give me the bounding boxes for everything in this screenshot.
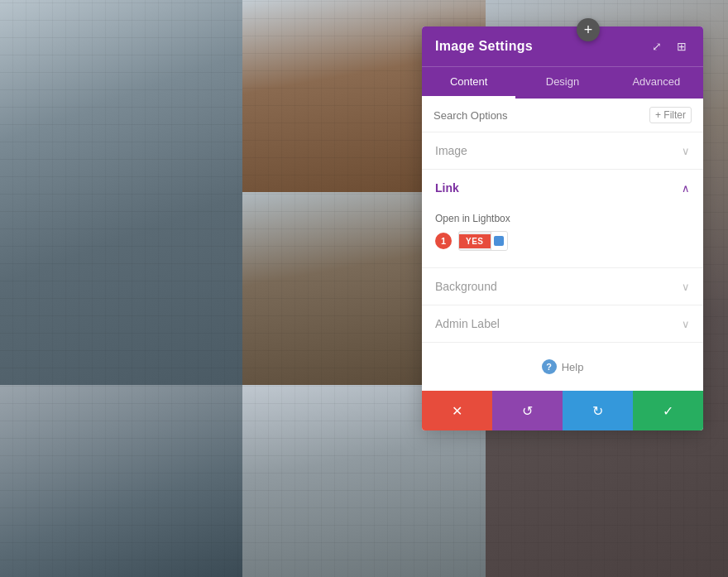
columns-icon[interactable]: ⊞: [673, 38, 690, 55]
section-background-title: Background: [435, 280, 497, 293]
filter-label: + Filter: [655, 109, 686, 121]
toggle-yes-label: YES: [459, 234, 491, 248]
section-link-title: Link: [435, 181, 459, 195]
tab-content[interactable]: Content: [422, 67, 515, 99]
section-link-content: Open in Lightbox 1 YES: [422, 206, 703, 267]
section-link: Link ∧ Open in Lightbox 1 YES: [422, 170, 703, 268]
toggle-thumb: [494, 236, 504, 246]
help-button[interactable]: ? Help: [542, 359, 584, 374]
bg-cell-1: [0, 0, 242, 385]
tab-advanced[interactable]: Advanced: [610, 67, 703, 99]
panel-tabs: Content Design Advanced: [422, 66, 703, 99]
add-module-button[interactable]: +: [577, 18, 600, 41]
toggle-handle: [491, 232, 507, 250]
chevron-background-icon: ∨: [682, 281, 690, 293]
section-admin-label-title: Admin Label: [435, 317, 500, 330]
undo-button[interactable]: ↺: [492, 391, 563, 430]
help-icon: ?: [542, 359, 557, 374]
bg-cell-4: [0, 385, 242, 577]
section-link-header[interactable]: Link ∧: [422, 170, 703, 206]
save-button[interactable]: ✓: [633, 391, 703, 430]
plus-icon: +: [584, 22, 593, 39]
search-input[interactable]: [433, 109, 649, 122]
cancel-button[interactable]: ✕: [422, 391, 492, 430]
section-image: Image ∨: [422, 132, 703, 170]
tab-design[interactable]: Design: [515, 67, 609, 99]
save-icon: ✓: [663, 403, 673, 419]
cancel-icon: ✕: [452, 403, 462, 419]
chevron-link-icon: ∧: [682, 182, 690, 195]
section-background: Background ∨: [422, 268, 703, 305]
section-image-title: Image: [435, 144, 467, 157]
redo-icon: ↻: [592, 403, 603, 419]
filter-button[interactable]: + Filter: [649, 107, 692, 123]
help-section: ? Help: [422, 343, 703, 391]
open-in-lightbox-label: Open in Lightbox: [435, 213, 690, 224]
help-label: Help: [562, 361, 584, 373]
chevron-admin-label-icon: ∨: [682, 318, 690, 330]
section-background-header[interactable]: Background ∨: [422, 268, 703, 305]
panel-header: Image Settings ⤢ ⊞: [422, 26, 703, 66]
expand-icon[interactable]: ⤢: [649, 38, 665, 55]
undo-icon: ↺: [522, 403, 533, 419]
search-bar: + Filter: [422, 99, 703, 132]
lightbox-toggle[interactable]: YES: [458, 231, 508, 251]
chevron-image-icon: ∨: [682, 145, 690, 157]
panel-body: Image ∨ Link ∧ Open in Lightbox 1 YES: [422, 132, 703, 391]
section-image-header[interactable]: Image ∨: [422, 132, 703, 169]
redo-button[interactable]: ↻: [563, 391, 633, 430]
panel-title: Image Settings: [435, 39, 533, 54]
toggle-row: 1 YES: [435, 231, 690, 251]
section-admin-label: Admin Label ∨: [422, 305, 703, 343]
section-admin-label-header[interactable]: Admin Label ∨: [422, 305, 703, 342]
settings-panel: Image Settings ⤢ ⊞ Content Design Advanc…: [422, 26, 703, 430]
panel-footer: ✕ ↺ ↻ ✓: [422, 391, 703, 430]
panel-header-icons: ⤢ ⊞: [649, 38, 690, 55]
notification-badge: 1: [435, 233, 452, 249]
